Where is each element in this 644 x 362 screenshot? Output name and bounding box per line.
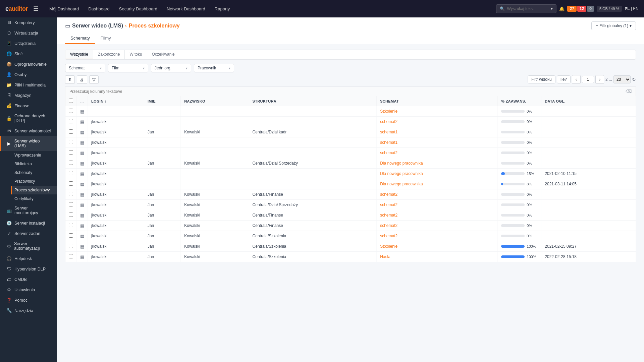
- schemat-link[interactable]: schemat2: [380, 213, 397, 218]
- filter-tab-zakonczone[interactable]: Zakończone: [93, 50, 125, 59]
- col-header-login[interactable]: LOGIN ↑: [88, 96, 144, 106]
- sidebar-item-wirtualizacja[interactable]: ⬡ Wirtualizacja: [0, 28, 57, 38]
- row-schemat[interactable]: schemat1: [377, 137, 498, 148]
- filter-jedn-org[interactable]: Jedn.org. ▾: [151, 64, 191, 72]
- lang-en[interactable]: EN: [633, 6, 639, 11]
- filter-film[interactable]: Film ▾: [108, 64, 148, 72]
- search-input[interactable]: [507, 6, 549, 11]
- schemat-link[interactable]: schemat2: [380, 202, 397, 207]
- ile-button[interactable]: Ile?: [557, 75, 571, 83]
- row-checkbox[interactable]: [69, 171, 73, 175]
- schemat-link[interactable]: schemat2: [380, 223, 397, 228]
- row-schemat[interactable]: schemat1: [377, 127, 498, 137]
- nav-raporty[interactable]: Raporty: [211, 4, 234, 13]
- col-header-struktura[interactable]: STRUKTURA: [249, 96, 377, 106]
- nav-security-dashboard[interactable]: Security Dashboard: [115, 4, 161, 13]
- row-schemat[interactable]: Szkolenie: [377, 241, 498, 252]
- col-header-nazwisko[interactable]: NAZWISKO: [181, 96, 249, 106]
- search-dropdown-icon[interactable]: ▾: [551, 6, 553, 11]
- breadcrumb-parent[interactable]: Serwer wideo (LMS): [72, 23, 123, 29]
- hamburger-icon[interactable]: ☰: [33, 5, 39, 12]
- sidebar-item-oprogramowanie[interactable]: 📦 Oprogramowanie: [0, 59, 57, 69]
- row-checkbox[interactable]: [69, 213, 73, 217]
- row-schemat[interactable]: schemat2: [377, 148, 498, 158]
- export-icon-btn[interactable]: ⬆: [65, 75, 75, 84]
- schemat-link[interactable]: schemat1: [380, 140, 397, 145]
- col-header-data[interactable]: DATA OGL.: [541, 96, 636, 106]
- col-header-progress[interactable]: % ZAAWANS.: [498, 96, 541, 106]
- schemat-link[interactable]: schemat2: [380, 192, 397, 197]
- schemat-link[interactable]: schemat1: [380, 130, 397, 134]
- col-header-imie[interactable]: IMIĘ: [144, 96, 180, 106]
- page-prev-btn[interactable]: ‹: [572, 75, 581, 84]
- row-checkbox[interactable]: [69, 181, 73, 186]
- sidebar-item-pomoc[interactable]: ❓ Pomoc: [0, 295, 57, 305]
- row-checkbox[interactable]: [69, 223, 73, 227]
- schemat-link[interactable]: Szkolenie: [380, 244, 397, 249]
- sidebar-item-helpdesk[interactable]: 🎧 Helpdesk: [0, 253, 57, 264]
- sidebar-item-narzedzia[interactable]: 🔧 Narzędzia: [0, 305, 57, 316]
- nav-moj-dashboard[interactable]: Mój Dashboard: [45, 4, 83, 13]
- row-checkbox[interactable]: [69, 192, 73, 196]
- row-checkbox[interactable]: [69, 254, 73, 258]
- sidebar-item-dlp[interactable]: 🔒 Ochrona danych [DLP]: [0, 111, 57, 126]
- row-schemat[interactable]: Dla nowego pracownika: [377, 179, 498, 189]
- row-checkbox[interactable]: [69, 233, 73, 238]
- tab-schematy[interactable]: Schematy: [65, 33, 95, 44]
- sidebar-item-cmdb[interactable]: 🗃 CMDB: [0, 274, 57, 285]
- global-filter-button[interactable]: + Filtr globalny (1) ▾: [591, 21, 636, 30]
- row-checkbox[interactable]: [69, 150, 73, 155]
- sidebar-item-wprowadzenie[interactable]: Wprowadzenie: [11, 151, 57, 160]
- schemat-link[interactable]: schemat2: [380, 150, 397, 155]
- nav-network-dashboard[interactable]: Network Dashboard: [163, 4, 209, 13]
- tab-filmy[interactable]: Filmy: [95, 33, 116, 44]
- sidebar-item-hypervision[interactable]: 🛡 Hypervision DLP: [0, 264, 57, 274]
- row-checkbox[interactable]: [69, 119, 73, 123]
- row-checkbox[interactable]: [69, 140, 73, 144]
- sidebar-item-serwer-instalacji[interactable]: 💿 Serwer instalacji: [0, 218, 57, 228]
- schemat-link[interactable]: Dla nowego pracownika: [380, 161, 423, 166]
- sidebar-item-ustawienia[interactable]: ⚙ Ustawienia: [0, 285, 57, 295]
- filter-schemat[interactable]: Schemat ▾: [65, 64, 105, 72]
- filter-clear-btn[interactable]: ▽: [89, 75, 99, 84]
- page-next-btn[interactable]: ›: [595, 75, 604, 84]
- badge-orange[interactable]: 27: [567, 6, 576, 12]
- row-schemat[interactable]: Hasła: [377, 252, 498, 262]
- sidebar-item-siec[interactable]: 🌐 Sieć: [0, 49, 57, 59]
- sidebar-item-schematy[interactable]: Schematy: [11, 168, 57, 177]
- col-header-schemat[interactable]: SCHEMAT: [377, 96, 498, 106]
- sidebar-item-serwer-wideo[interactable]: ▶ Serwer wideo (LMS): [0, 136, 57, 151]
- sidebar-item-osoby[interactable]: 👤 Osoby: [0, 69, 57, 80]
- sidebar-item-magazyn[interactable]: 🗄 Magazyn: [0, 90, 57, 101]
- row-schemat[interactable]: schemat2: [377, 189, 498, 200]
- row-schemat[interactable]: schemat2: [377, 210, 498, 221]
- filter-pracownik[interactable]: Pracownik ▾: [194, 64, 234, 72]
- schemat-link[interactable]: schemat2: [380, 234, 397, 238]
- schemat-link[interactable]: schemat2: [380, 119, 397, 124]
- sidebar-item-serwer-wiadomosci[interactable]: ✉ Serwer wiadomości: [0, 126, 57, 136]
- sidebar-item-pliki[interactable]: 📁 Pliki i multimedia: [0, 80, 57, 90]
- row-schemat[interactable]: schemat2: [377, 200, 498, 210]
- row-checkbox[interactable]: [69, 109, 73, 113]
- row-checkbox[interactable]: [69, 129, 73, 134]
- page-input[interactable]: [582, 76, 594, 83]
- sidebar-item-komputery[interactable]: 🖥 Komputery: [0, 17, 57, 28]
- row-checkbox[interactable]: [69, 161, 73, 165]
- print-btn[interactable]: 🖨: [77, 75, 87, 84]
- view-filter-button[interactable]: Filtr widoku: [528, 75, 555, 83]
- filter-tab-wszystkie[interactable]: Wszystkie: [65, 50, 93, 59]
- global-search[interactable]: 🔍 ▾: [496, 4, 556, 13]
- row-checkbox[interactable]: [69, 244, 73, 248]
- schemat-link[interactable]: Szkolenie: [380, 109, 397, 114]
- sidebar-item-urzadzenia[interactable]: 📱 Urządzenia: [0, 38, 57, 49]
- schemat-link[interactable]: Dla nowego pracownika: [380, 171, 423, 176]
- nav-dashboard[interactable]: Dashboard: [84, 4, 114, 13]
- sidebar-item-pracownicy[interactable]: Pracownicy: [11, 177, 57, 186]
- notification-icon[interactable]: 🔔: [559, 6, 565, 11]
- schemat-link[interactable]: Dla nowego pracownika: [380, 182, 423, 186]
- sidebar-item-proces-szkoleniowy[interactable]: Proces szkoleniowy: [11, 186, 57, 194]
- row-checkbox[interactable]: [69, 202, 73, 206]
- schemat-link[interactable]: Hasła: [380, 254, 390, 259]
- per-page-select[interactable]: 20 50 100: [613, 75, 631, 83]
- sidebar-item-finanse[interactable]: 💰 Finanse: [0, 101, 57, 111]
